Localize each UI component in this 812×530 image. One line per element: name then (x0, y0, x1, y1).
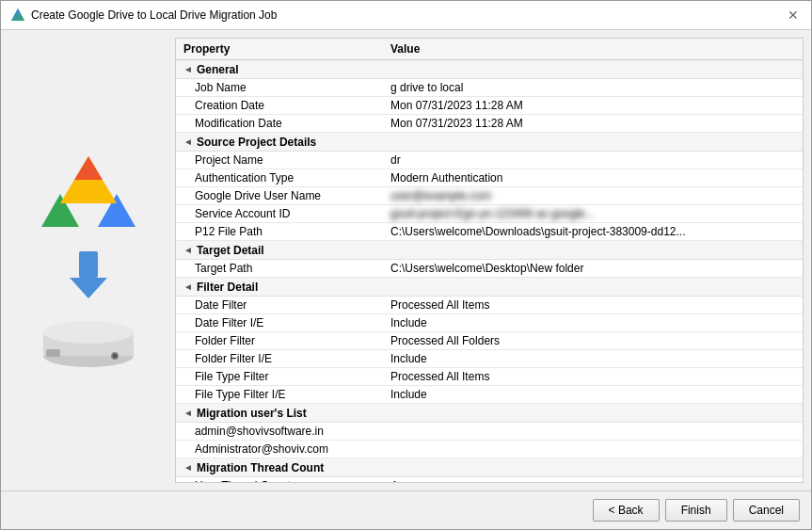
col-value-header: Value (390, 42, 795, 56)
property-value: Processed All Folders (383, 332, 803, 349)
property-name: Target Path (176, 260, 383, 277)
property-name: admin@shovivsoftware.in (176, 423, 383, 440)
table-row[interactable]: File Type FilterProcessed All Items (176, 368, 803, 386)
table-header: Property Value (176, 39, 803, 60)
section-label: Filter Detail (197, 281, 258, 294)
property-name: File Type Filter I/E (176, 386, 383, 403)
section-header-general: ◄General (176, 60, 803, 79)
col-property-header: Property (183, 42, 390, 56)
property-name: Folder Filter (176, 332, 383, 349)
property-name: Administrator@shoviv.com (176, 441, 383, 458)
table-row[interactable]: File Type Filter I/EInclude (176, 386, 803, 404)
property-value: gsuit-project-Egn-yn-123456 as google... (383, 205, 803, 222)
svg-point-12 (112, 353, 117, 358)
arrow-head (70, 278, 107, 298)
table-body[interactable]: ◄GeneralJob Nameg drive to localCreation… (176, 60, 803, 482)
back-button[interactable]: < Back (593, 499, 660, 522)
left-panel (1, 30, 175, 490)
property-name: Google Drive User Name (176, 187, 383, 204)
section-toggle[interactable]: ◄ (183, 64, 193, 74)
property-name: File Type Filter (176, 368, 383, 385)
section-header-source-project: ◄Source Project Details (176, 133, 803, 152)
arrow-shaft (79, 251, 98, 278)
svg-point-10 (43, 321, 134, 344)
main-window: Create Google Drive to Local Drive Migra… (0, 0, 812, 530)
local-drive-icon (41, 313, 135, 370)
svg-marker-1 (11, 8, 24, 21)
property-value: 4 (383, 477, 803, 482)
property-name: Creation Date (176, 97, 383, 114)
close-button[interactable]: ✕ (785, 7, 802, 24)
section-label: Migration user's List (197, 407, 307, 420)
table-row[interactable]: Google Drive User Nameuser@example.com (176, 187, 803, 205)
property-name: Folder Filter I/E (176, 350, 383, 367)
property-value: C:\Users\welcome\Desktop\New folder (383, 260, 803, 277)
property-table: Property Value ◄GeneralJob Nameg drive t… (175, 38, 804, 483)
property-name: Project Name (176, 152, 383, 169)
section-header-filter-detail: ◄Filter Detail (176, 278, 803, 297)
table-row[interactable]: Administrator@shoviv.com (176, 441, 803, 458)
property-name: Date Filter I/E (176, 314, 383, 331)
section-toggle[interactable]: ◄ (183, 137, 193, 147)
property-value: Processed All Items (383, 368, 803, 385)
table-row[interactable]: Modification DateMon 07/31/2023 11:28 AM (176, 115, 803, 133)
property-value: user@example.com (383, 187, 803, 204)
cancel-button[interactable]: Cancel (733, 499, 800, 522)
property-value: Modern Authentication (383, 169, 803, 186)
section-toggle[interactable]: ◄ (183, 281, 193, 292)
google-drive-icon (41, 152, 135, 236)
table-row[interactable]: Date Filter I/EInclude (176, 314, 803, 332)
footer: < Back Finish Cancel (1, 490, 811, 529)
table-row[interactable]: Target PathC:\Users\welcome\Desktop\New … (176, 260, 803, 278)
property-value (383, 447, 803, 451)
svg-marker-5 (74, 156, 103, 180)
window-title: Create Google Drive to Local Drive Migra… (31, 8, 277, 22)
property-value: Mon 07/31/2023 11:28 AM (383, 115, 803, 132)
property-name: User Thread Count (176, 477, 383, 482)
finish-button[interactable]: Finish (665, 499, 727, 522)
property-value: Include (383, 386, 803, 403)
table-row[interactable]: User Thread Count4 (176, 477, 803, 482)
right-panel: Property Value ◄GeneralJob Nameg drive t… (175, 30, 811, 490)
section-header-migration-users: ◄Migration user's List (176, 404, 803, 423)
app-icon (10, 8, 25, 23)
property-value: Mon 07/31/2023 11:28 AM (383, 97, 803, 114)
section-label: Migration Thread Count (197, 461, 324, 474)
table-row[interactable]: Creation DateMon 07/31/2023 11:28 AM (176, 97, 803, 115)
property-name: Job Name (176, 79, 383, 96)
content-area: Property Value ◄GeneralJob Nameg drive t… (1, 30, 811, 490)
svg-rect-13 (46, 349, 60, 357)
table-row[interactable]: admin@shovivsoftware.in (176, 423, 803, 441)
section-label: Source Project Details (197, 136, 316, 149)
property-value: C:\Users\welcome\Downloads\gsuit-project… (383, 223, 803, 240)
table-row[interactable]: Authentication TypeModern Authentication (176, 169, 803, 187)
property-value: dr (383, 152, 803, 169)
table-row[interactable]: Date FilterProcessed All Items (176, 297, 803, 314)
property-value: Include (383, 314, 803, 331)
table-row[interactable]: Project Namedr (176, 152, 803, 169)
table-row[interactable]: Folder FilterProcessed All Folders (176, 332, 803, 350)
section-header-target-detail: ◄Target Detail (176, 241, 803, 260)
section-toggle[interactable]: ◄ (183, 462, 193, 473)
property-value: Processed All Items (383, 297, 803, 313)
section-toggle[interactable]: ◄ (183, 408, 193, 418)
property-name: Modification Date (176, 115, 383, 132)
property-value (383, 429, 803, 433)
section-toggle[interactable]: ◄ (183, 245, 193, 255)
property-value: Include (383, 350, 803, 367)
section-label: General (197, 63, 239, 76)
table-row[interactable]: P12 File PathC:\Users\welcome\Downloads\… (176, 223, 803, 241)
property-value: g drive to local (383, 79, 803, 96)
down-arrow-icon (70, 251, 107, 298)
section-header-migration-thread: ◄Migration Thread Count (176, 458, 803, 477)
section-label: Target Detail (197, 244, 264, 257)
property-name: Service Account ID (176, 205, 383, 222)
table-row[interactable]: Job Nameg drive to local (176, 79, 803, 97)
property-name: P12 File Path (176, 223, 383, 240)
property-name: Authentication Type (176, 169, 383, 186)
table-row[interactable]: Folder Filter I/EInclude (176, 350, 803, 368)
table-row[interactable]: Service Account IDgsuit-project-Egn-yn-1… (176, 205, 803, 223)
property-name: Date Filter (176, 297, 383, 313)
title-bar: Create Google Drive to Local Drive Migra… (1, 1, 811, 30)
